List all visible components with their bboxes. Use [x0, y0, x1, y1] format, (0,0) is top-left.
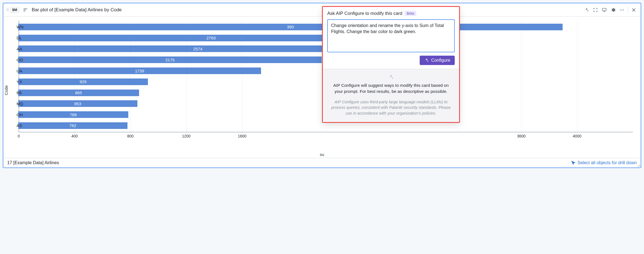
bar[interactable]: 929 — [18, 79, 148, 85]
x-tick-label: 3600 — [517, 134, 526, 138]
bar[interactable]: 789 — [18, 111, 128, 118]
cursor-icon — [571, 160, 576, 165]
help-text: AIP Configure will suggest ways to modif… — [330, 82, 452, 95]
y-axis-label: Code — [4, 85, 9, 95]
aip-configure-popover: Ask AIP Configure to modify this card Be… — [322, 6, 460, 123]
svg-point-4 — [620, 9, 621, 10]
sparkle-icon — [424, 58, 429, 63]
svg-point-5 — [622, 9, 622, 10]
svg-rect-0 — [23, 8, 27, 9]
drill-down-link[interactable]: Select all objects for drill down — [571, 160, 637, 165]
prompt-textarea[interactable] — [327, 19, 455, 52]
x-tick-label: 1600 — [238, 134, 246, 138]
sort-icon[interactable] — [21, 6, 30, 14]
card-footer: 17 [Example Data] Airlines Select all ob… — [3, 158, 641, 167]
popover-help: AIP Configure will suggest ways to modif… — [323, 69, 459, 122]
expand-icon[interactable] — [591, 6, 600, 14]
bar[interactable]: 853 — [18, 100, 137, 107]
configure-button-label: Configure — [431, 58, 450, 63]
bar[interactable]: 865 — [18, 90, 139, 96]
bar[interactable]: 390 — [18, 24, 563, 30]
x-tick-label: 800 — [127, 134, 134, 138]
sparkle-icon — [330, 74, 452, 80]
resize-handle-icon[interactable] — [637, 164, 640, 167]
svg-point-6 — [623, 9, 624, 10]
bar-row[interactable]: AS782 — [19, 122, 633, 129]
popover-header: Ask AIP Configure to modify this card Be… — [323, 7, 459, 16]
drag-handle-icon[interactable]: ⠿ — [6, 9, 8, 10]
settings-icon[interactable] — [609, 6, 617, 14]
close-icon[interactable] — [630, 6, 638, 14]
popover-body: Configure — [323, 16, 459, 69]
aip-sparkle-button[interactable] — [582, 6, 591, 14]
svg-rect-1 — [23, 10, 26, 10]
drill-down-label: Select all objects for drill down — [578, 160, 637, 165]
card-title: Bar plot of [Example Data] Airlines by C… — [32, 7, 122, 13]
bar[interactable]: 782 — [18, 122, 127, 129]
bar[interactable]: 1739 — [18, 67, 261, 74]
help-disclaimer: AIP Configure uses third-party large lan… — [330, 99, 452, 116]
currency-badge[interactable]: $M — [10, 7, 19, 13]
chart-card: ⠿ $M Bar plot of [Example Data] Airlines… — [3, 3, 641, 168]
more-icon[interactable] — [618, 6, 626, 14]
x-axis-label: su — [320, 152, 324, 157]
presentation-icon[interactable] — [600, 6, 608, 14]
footer-summary: 17 [Example Data] Airlines — [7, 160, 59, 165]
toolbar-actions — [582, 6, 638, 14]
configure-button[interactable]: Configure — [420, 56, 455, 65]
x-tick-label: 1200 — [182, 134, 191, 138]
bar[interactable]: 2175 — [18, 56, 322, 63]
beta-badge: Beta — [405, 11, 416, 16]
popover-title: Ask AIP Configure to modify this card — [327, 11, 402, 16]
svg-rect-2 — [23, 11, 25, 11]
x-tick-label: 400 — [71, 134, 78, 138]
x-tick-label: 0 — [18, 134, 20, 138]
divider — [628, 7, 628, 13]
svg-rect-3 — [602, 8, 606, 11]
x-tick-label: 4000 — [573, 134, 581, 138]
